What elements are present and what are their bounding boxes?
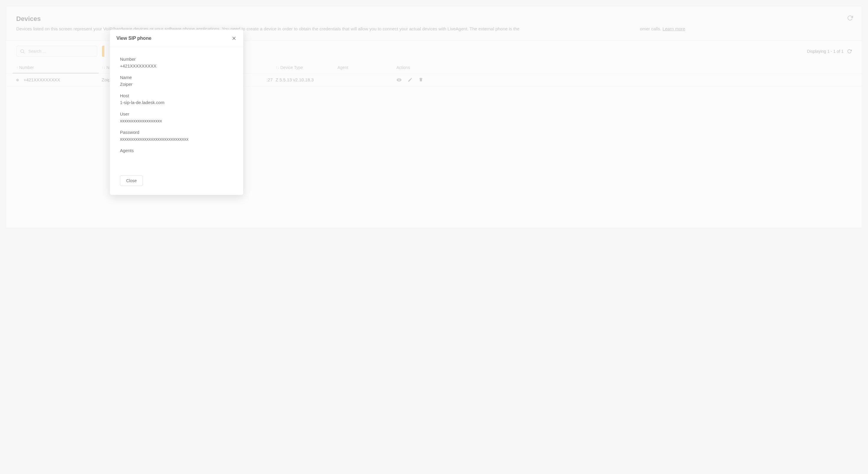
modal-title: View SIP phone: [117, 36, 152, 41]
modal-footer: Close: [110, 171, 243, 195]
field-label: User: [120, 112, 233, 117]
field-password: Password xxxxxxxxxxxxxxxxxxxxxxxxxxxxxxx: [120, 130, 233, 141]
close-icon[interactable]: [231, 36, 237, 41]
field-number: Number +421XXXXXXXXX: [120, 57, 233, 68]
field-label: Host: [120, 93, 233, 98]
field-agents: Agents: [120, 148, 233, 165]
field-label: Password: [120, 130, 233, 135]
field-value: +421XXXXXXXXX: [120, 63, 233, 68]
field-label: Number: [120, 57, 233, 62]
field-user: User xxxxxxxxxxxxxxxxxxx: [120, 112, 233, 123]
field-value: xxxxxxxxxxxxxxxxxxx: [120, 118, 233, 123]
modal-body: Number +421XXXXXXXXX Name Zoiper Host 1-…: [110, 47, 243, 171]
modal-header: View SIP phone: [110, 30, 243, 47]
field-value: xxxxxxxxxxxxxxxxxxxxxxxxxxxxxxx: [120, 136, 233, 141]
field-value: 1-sip-la-de.ladesk.com: [120, 100, 233, 105]
field-name: Name Zoiper: [120, 75, 233, 87]
field-host: Host 1-sip-la-de.ladesk.com: [120, 93, 233, 105]
field-label: Agents: [120, 148, 233, 153]
field-value: Zoiper: [120, 82, 233, 87]
view-sip-phone-modal: View SIP phone Number +421XXXXXXXXX Name…: [110, 30, 244, 195]
close-button[interactable]: Close: [120, 176, 143, 186]
field-label: Name: [120, 75, 233, 80]
